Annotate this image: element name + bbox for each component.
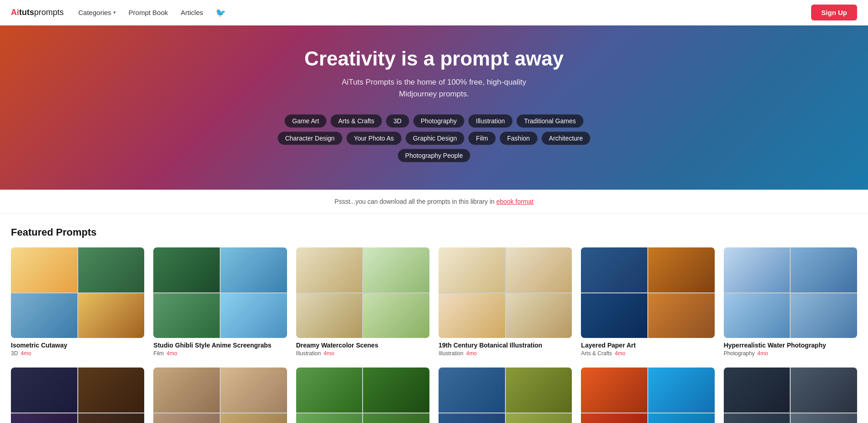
hero-subtitle: AiTuts Prompts is the home of 100% free,… (342, 76, 526, 100)
card-image-grid (296, 368, 429, 423)
card-image-cell (439, 247, 505, 292)
card-age: 4mo (323, 350, 334, 357)
hero-tag[interactable]: Illustration (468, 114, 513, 128)
prompt-card[interactable]: Plant PhotographyPhotography4mo (296, 368, 429, 423)
card-image-cell (153, 247, 220, 292)
tags-container: Game ArtArts & Crafts3DPhotographyIllust… (261, 114, 607, 162)
prompt-card[interactable]: UI Design IllustrationsGraphic Design4mo (581, 368, 714, 423)
card-image-cell (153, 413, 220, 423)
card-image-cell (724, 293, 790, 338)
card-image-cell (648, 368, 715, 413)
card-image-cell (439, 413, 505, 423)
hero-tag[interactable]: Traditional Games (516, 114, 584, 128)
card-image-cell (11, 293, 77, 338)
card-image-grid (153, 247, 287, 338)
card-image-cell (648, 247, 715, 292)
hero-tag[interactable]: Fashion (500, 131, 538, 145)
card-category: Illustration (439, 350, 464, 357)
card-image-cell (791, 368, 857, 413)
prompt-card[interactable]: Vintage StampsIllustration4mo (439, 368, 572, 423)
card-title: 19th Century Botanical Illustration (439, 342, 572, 349)
card-image-cell (296, 293, 363, 338)
card-image-cell (581, 368, 647, 413)
card-image-grid (439, 247, 572, 338)
card-category: Arts & Crafts (581, 350, 612, 357)
prompt-card[interactable]: Isometric Cutaway3D4mo (11, 247, 144, 357)
card-meta: Arts & Crafts4mo (581, 350, 714, 357)
prompt-card[interactable]: Dark ArchitectureArchitecture4mo (724, 368, 857, 423)
card-image-cell (581, 293, 647, 338)
card-image-cell (363, 368, 429, 413)
card-image-cell (648, 293, 715, 338)
prompt-card[interactable]: Character DesignCharacter Design4mo (11, 368, 144, 423)
hero-tag[interactable]: Arts & Crafts (330, 114, 382, 128)
card-image-cell (363, 247, 429, 292)
card-image-grid (153, 368, 287, 423)
prompt-card[interactable]: Portrait PhotographyPhotography4mo (153, 368, 287, 423)
card-image-grid (439, 368, 572, 423)
chevron-down-icon: ▾ (113, 10, 116, 15)
hero-tag[interactable]: Character Design (278, 131, 343, 145)
card-image-cell (439, 293, 505, 338)
ebook-link[interactable]: ebook format (496, 198, 534, 205)
prompts-grid-row1: Isometric Cutaway3D4moStudio Ghibli Styl… (0, 247, 868, 368)
card-age: 4mo (615, 350, 625, 357)
hero-tag[interactable]: Game Art (284, 114, 327, 128)
card-image-grid (724, 368, 857, 423)
card-title: Isometric Cutaway (11, 342, 144, 349)
card-image-cell (78, 247, 145, 292)
hero-tag[interactable]: 3D (386, 114, 409, 128)
card-image-cell (11, 413, 77, 423)
nav-categories[interactable]: Categories ▾ (78, 9, 116, 16)
card-image-cell (506, 293, 572, 338)
card-meta: 3D4mo (11, 350, 144, 357)
card-title: Studio Ghibli Style Anime Screengrabs (153, 342, 287, 349)
logo-ai: Ai (11, 8, 19, 17)
hero-tag[interactable]: Photography People (398, 149, 471, 162)
card-image-cell (724, 247, 790, 292)
hero-tag[interactable]: Photography (413, 114, 464, 128)
prompt-card[interactable]: Hyperrealistic Water PhotographyPhotogra… (724, 247, 857, 357)
hero-tag[interactable]: Architecture (541, 131, 591, 145)
nav-articles[interactable]: Articles (181, 9, 203, 16)
card-image-cell (581, 413, 647, 423)
featured-section: Featured Prompts (0, 214, 868, 238)
card-title: Layered Paper Art (581, 342, 714, 349)
card-meta: Illustration4mo (296, 350, 429, 357)
nav-prompt-book[interactable]: Prompt Book (129, 9, 168, 16)
card-image-cell (296, 368, 363, 413)
card-image-cell (581, 247, 647, 292)
prompt-card[interactable]: 19th Century Botanical IllustrationIllus… (439, 247, 572, 357)
card-meta: Film4mo (153, 350, 287, 357)
site-logo[interactable]: Aitutsprompts (11, 8, 64, 17)
card-image-cell (791, 247, 857, 292)
card-age: 4mo (167, 350, 177, 357)
card-image-cell (11, 368, 77, 413)
section-title: Featured Prompts (11, 227, 857, 238)
hero-tag[interactable]: Film (468, 131, 495, 145)
hero-tag[interactable]: Graphic Design (405, 131, 465, 145)
card-image-cell (506, 413, 572, 423)
card-meta: Photography4mo (724, 350, 857, 357)
logo-tuts: tuts (19, 8, 34, 17)
card-title: Hyperrealistic Water Photography (724, 342, 857, 349)
navbar: Aitutsprompts Categories ▾ Prompt Book A… (0, 0, 868, 25)
ebook-banner: Pssst...you can download all the prompts… (0, 190, 868, 214)
card-image-cell (221, 368, 287, 413)
prompt-card[interactable]: Layered Paper ArtArts & Crafts4mo (581, 247, 714, 357)
card-image-cell (153, 293, 220, 338)
card-category: Illustration (296, 350, 321, 357)
hero-section: Creativity is a prompt away AiTuts Promp… (0, 25, 868, 190)
prompt-card[interactable]: Dreamy Watercolor ScenesIllustration4mo (296, 247, 429, 357)
card-image-grid (11, 368, 144, 423)
hero-tag[interactable]: Your Photo As (346, 131, 402, 145)
card-image-grid (581, 368, 714, 423)
card-category: Film (153, 350, 164, 357)
card-image-cell (11, 247, 77, 292)
logo-prompts: prompts (34, 8, 64, 17)
card-image-cell (648, 413, 715, 423)
signup-button[interactable]: Sign Up (811, 5, 857, 20)
prompt-card[interactable]: Studio Ghibli Style Anime ScreengrabsFil… (153, 247, 287, 357)
twitter-link[interactable]: 🐦 (216, 8, 226, 18)
card-image-cell (363, 293, 429, 338)
